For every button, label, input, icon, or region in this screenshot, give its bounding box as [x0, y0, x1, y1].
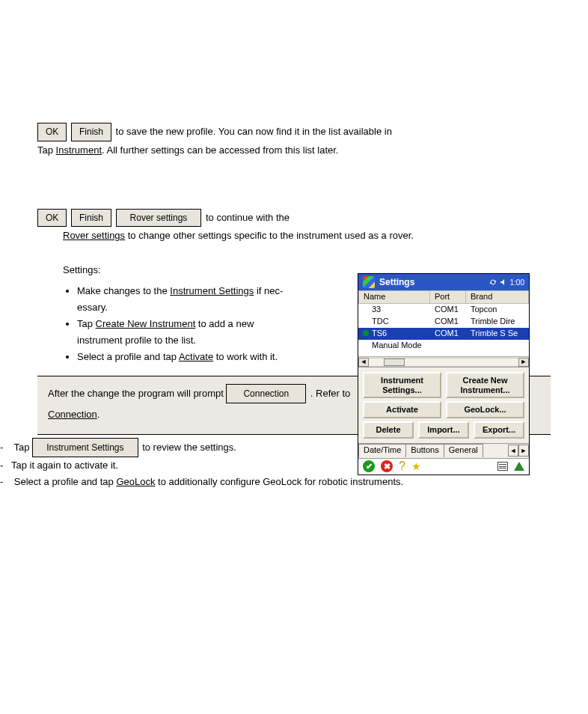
delete-pbtn[interactable]: Delete — [363, 421, 414, 439]
list-item: Tap Create New Instrument to add a new i… — [77, 316, 284, 349]
horizontal-scrollbar[interactable]: ◄ ► — [358, 356, 529, 367]
table-row[interactable]: Manual Mode — [358, 340, 529, 352]
list-item: Select a profile and tap Activate to wor… — [77, 349, 284, 365]
col-header-port[interactable]: Port — [430, 290, 466, 304]
titlebar-status: 1:00 — [489, 278, 524, 287]
settings-label: Settings: — [63, 263, 284, 278]
create-new-instrument-pbtn[interactable]: Create New Instrument... — [446, 372, 524, 398]
speaker-icon — [500, 278, 507, 286]
settings-list: Make changes to the Instrument Settings … — [64, 283, 284, 365]
col-header-brand[interactable]: Brand — [466, 290, 529, 304]
pda-tabs: Date/Time Buttons General ◄ ► — [358, 443, 529, 458]
table-row[interactable]: TDC COM1 Trimble Dire — [358, 316, 529, 328]
connection-status-icon — [514, 462, 524, 471]
export-pbtn[interactable]: Export... — [474, 421, 524, 439]
windows-logo-icon — [363, 276, 375, 288]
scroll-right-icon[interactable]: ► — [518, 358, 529, 367]
rover-settings-button[interactable]: Rover settings — [116, 209, 202, 228]
import-pbtn[interactable]: Import... — [418, 421, 469, 439]
ok-icon[interactable]: ✔ — [363, 460, 375, 472]
sync-icon — [489, 278, 497, 286]
row1-text: to save the new profile. You can now fin… — [116, 126, 392, 137]
row-ok-finish-1: OK Finish to save the new profile. You c… — [37, 123, 551, 141]
connection-link[interactable]: Connection — [48, 409, 97, 420]
activate-pbtn[interactable]: Activate — [363, 401, 441, 418]
help-icon[interactable]: ? — [399, 460, 405, 473]
instrument-table: Name Port Brand 33 COM1 Topcon TDC COM1 … — [358, 290, 529, 367]
pda-titlebar: Settings 1:00 — [358, 274, 529, 290]
cancel-icon[interactable]: ✖ — [381, 460, 393, 472]
tab-scroll-right-icon[interactable]: ► — [518, 445, 529, 457]
geolock-link[interactable]: GeoLock — [116, 476, 155, 487]
col-header-name[interactable]: Name — [358, 290, 430, 304]
finish-button-1[interactable]: Finish — [71, 123, 111, 141]
tip-3: Select a profile and tap GeoLock to addi… — [0, 474, 588, 490]
scroll-left-icon[interactable]: ◄ — [358, 358, 369, 367]
ok-button-1[interactable]: OK — [37, 123, 67, 141]
table-header: Name Port Brand — [358, 290, 529, 304]
tab-general[interactable]: General — [444, 444, 483, 457]
pda-status-bar: ✔ ✖ ? ★ — [358, 458, 529, 475]
pda-title-text: Settings — [379, 277, 414, 287]
finish-button-2[interactable]: Finish — [71, 209, 111, 228]
rover-sentence: Rover settings to change other settings … — [63, 228, 551, 243]
rover-settings-link[interactable]: Rover settings — [63, 230, 125, 241]
favorite-icon[interactable]: ★ — [411, 460, 421, 472]
ok-button-2[interactable]: OK — [37, 209, 67, 228]
row-ok-finish-2: OK Finish Rover settings to continue wit… — [37, 209, 551, 228]
connection-button[interactable]: Connection — [226, 384, 306, 403]
rover-after: to change other settings specific to the… — [125, 230, 414, 241]
scroll-thumb[interactable] — [384, 358, 405, 366]
instrument-sentence: Tap Instrument. All further settings can… — [37, 143, 551, 158]
clock-text: 1:00 — [510, 278, 524, 287]
instrument-settings-button[interactable]: Instrument Settings — [32, 438, 138, 457]
geolock-pbtn[interactable]: GeoLock... — [446, 401, 524, 418]
instr-after: . All further settings can be accessed f… — [102, 144, 338, 156]
tab-date-time[interactable]: Date/Time — [358, 444, 406, 457]
active-indicator-icon — [363, 330, 369, 336]
table-row[interactable]: 33 COM1 Topcon — [358, 304, 529, 316]
row2-text: to continue with the — [206, 212, 290, 223]
keyboard-icon[interactable] — [497, 462, 508, 471]
pda-settings-window: Settings 1:00 Name Port Brand 33 COM1 To… — [358, 273, 530, 475]
tab-buttons[interactable]: Buttons — [405, 444, 444, 457]
pda-button-panel: Instrument Settings... Create New Instru… — [358, 367, 529, 443]
instrument-link[interactable]: Instrument — [56, 144, 102, 156]
tab-scroll-left-icon[interactable]: ◄ — [508, 445, 518, 457]
list-item: Make changes to the Instrument Settings … — [77, 283, 284, 316]
create-new-instrument-link[interactable]: Create New Instrument — [96, 318, 196, 329]
instrument-settings-link[interactable]: Instrument Settings — [170, 285, 254, 296]
instrument-settings-pbtn[interactable]: Instrument Settings... — [363, 372, 441, 398]
table-row-selected[interactable]: TS6 COM1 Trimble S Se — [358, 328, 529, 340]
activate-link[interactable]: Activate — [179, 351, 213, 362]
